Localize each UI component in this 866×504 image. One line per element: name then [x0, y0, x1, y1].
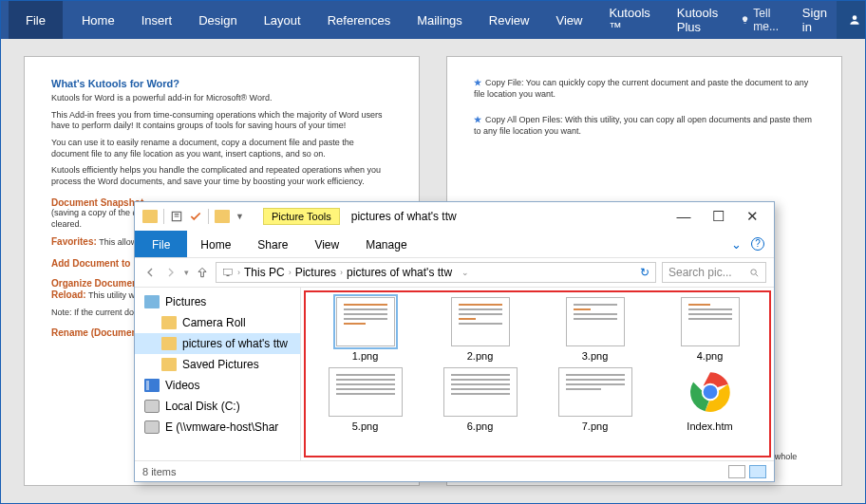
explorer-nav: ▾ › This PC › Pictures › pictures of wha… [135, 257, 774, 288]
explorer-statusbar: 8 items [135, 460, 774, 481]
nav-tree: Pictures Camera Roll pictures of what's … [135, 288, 301, 460]
ribbon-tab-design[interactable]: Design [185, 1, 250, 39]
file-thumbnail[interactable]: 5.png [311, 367, 420, 432]
tree-node-disk-e[interactable]: E (\\vmware-host\Shar [135, 417, 300, 438]
pc-icon [222, 267, 234, 278]
breadcrumb-item[interactable]: This PC [244, 266, 285, 279]
explorer-tab-view[interactable]: View [301, 231, 352, 257]
quick-access-toolbar: ▼ [142, 209, 244, 224]
folder-icon [142, 210, 158, 223]
explorer-titlebar[interactable]: ▼ Picture Tools pictures of what's ttw ―… [135, 202, 774, 231]
page1-heading: What's Kutools for Word? [51, 78, 392, 89]
minimize-button[interactable]: ― [675, 208, 692, 225]
file-explorer-window: ▼ Picture Tools pictures of what's ttw ―… [134, 201, 775, 482]
view-thumbnails-button[interactable] [749, 465, 766, 478]
ribbon-tab-layout[interactable]: Layout [251, 1, 314, 39]
ribbon-tab-review[interactable]: Review [476, 1, 543, 39]
file-thumbnail[interactable]: 4.png [655, 297, 764, 362]
breadcrumb-dropdown[interactable]: ⌄ [461, 268, 469, 277]
explorer-ribbon-tabs: File Home Share View Manage ⌄ ? [135, 231, 774, 257]
search-input[interactable]: Search pic... [662, 262, 766, 283]
page1-text: Kutools efficiently helps you handle the… [51, 165, 392, 187]
ribbon-tab-mailings[interactable]: Mailings [404, 1, 476, 39]
tree-node-disk-c[interactable]: Local Disk (C:) [135, 396, 300, 417]
ribbon-tell-me-label: Tell me... [753, 7, 782, 33]
svg-point-6 [751, 269, 757, 274]
svg-rect-5 [227, 275, 230, 276]
svg-rect-4 [224, 270, 233, 275]
breadcrumb-item[interactable]: pictures of what's ttw [347, 266, 452, 279]
file-thumbnail[interactable]: 1.png [311, 297, 420, 362]
explorer-tab-manage[interactable]: Manage [352, 231, 420, 257]
tree-node-selected[interactable]: pictures of what's ttw [135, 333, 300, 354]
file-thumbnail[interactable]: 2.png [425, 297, 535, 362]
breadcrumb[interactable]: › This PC › Pictures › pictures of what'… [216, 262, 656, 283]
help-icon[interactable]: ? [751, 237, 764, 251]
ribbon-tab-home[interactable]: Home [68, 1, 128, 39]
ribbon-tab-insert[interactable]: Insert [128, 1, 186, 39]
page1-text: You can use it to easily rename a docume… [51, 138, 392, 159]
explorer-tab-file[interactable]: File [135, 231, 187, 257]
ribbon-tab-view[interactable]: View [542, 1, 595, 39]
page2-text: ★Copy All Open Files: With this utility,… [474, 115, 815, 137]
view-details-button[interactable] [728, 465, 745, 478]
forward-button[interactable] [163, 265, 179, 280]
expand-ribbon-icon[interactable]: ⌄ [731, 237, 742, 252]
picture-tools-tab[interactable]: Picture Tools [263, 208, 340, 225]
tree-node[interactable]: Camera Roll [135, 312, 300, 333]
svg-line-7 [756, 273, 758, 275]
up-button[interactable] [195, 265, 210, 280]
recent-dropdown[interactable]: ▾ [184, 268, 189, 277]
ribbon-tell-me[interactable]: Tell me... [731, 7, 793, 33]
page1-text: This Add-in frees you from time-consumin… [51, 110, 392, 132]
file-thumbnail-html[interactable]: Index.htm [655, 367, 764, 432]
page1-text: Kutools for Word is a powerful add-in fo… [51, 93, 392, 104]
thumbnail-pane[interactable]: 1.png 2.png 3.png 4.png 5.png 6.png 7.pn… [301, 288, 774, 460]
folder-icon[interactable] [215, 210, 230, 223]
chrome-icon [688, 370, 732, 414]
file-thumbnail[interactable]: 3.png [540, 297, 650, 362]
ribbon-tab-file[interactable]: File [9, 1, 63, 39]
tree-node-videos[interactable]: Videos [135, 375, 300, 396]
ribbon-signin[interactable]: Sign in [793, 1, 837, 39]
close-button[interactable]: ✕ [744, 208, 761, 225]
ribbon-tab-kutools-plus[interactable]: Kutools Plus [664, 1, 731, 39]
tree-node[interactable]: Saved Pictures [135, 354, 300, 375]
breadcrumb-item[interactable]: Pictures [295, 266, 336, 279]
chevron-down-icon[interactable]: ▼ [235, 212, 244, 221]
file-thumbnail[interactable]: 7.png [540, 367, 650, 432]
back-button[interactable] [142, 265, 158, 280]
file-thumbnail[interactable]: 6.png [425, 367, 535, 432]
ribbon-tab-references[interactable]: References [314, 1, 404, 39]
ribbon-tab-kutools[interactable]: Kutools ™ [595, 1, 663, 39]
explorer-title: pictures of what's ttw [351, 210, 457, 223]
ribbon-share[interactable]: Share [837, 1, 866, 39]
refresh-button[interactable]: ↻ [640, 266, 650, 279]
maximize-button[interactable]: ☐ [709, 208, 726, 225]
search-icon [749, 268, 760, 278]
person-icon [848, 13, 861, 27]
lightbulb-icon [741, 13, 749, 27]
status-item-count: 8 items [142, 466, 176, 477]
properties-icon[interactable] [170, 210, 183, 223]
check-icon[interactable] [189, 210, 202, 223]
tree-node-pictures[interactable]: Pictures [135, 291, 300, 312]
explorer-tab-home[interactable]: Home [187, 231, 244, 257]
explorer-tab-share[interactable]: Share [244, 231, 301, 257]
page2-text: ★Copy File: You can quickly copy the cur… [474, 78, 815, 100]
word-ribbon: File Home Insert Design Layout Reference… [1, 1, 865, 39]
search-placeholder: Search pic... [668, 266, 732, 279]
svg-point-0 [853, 15, 857, 20]
